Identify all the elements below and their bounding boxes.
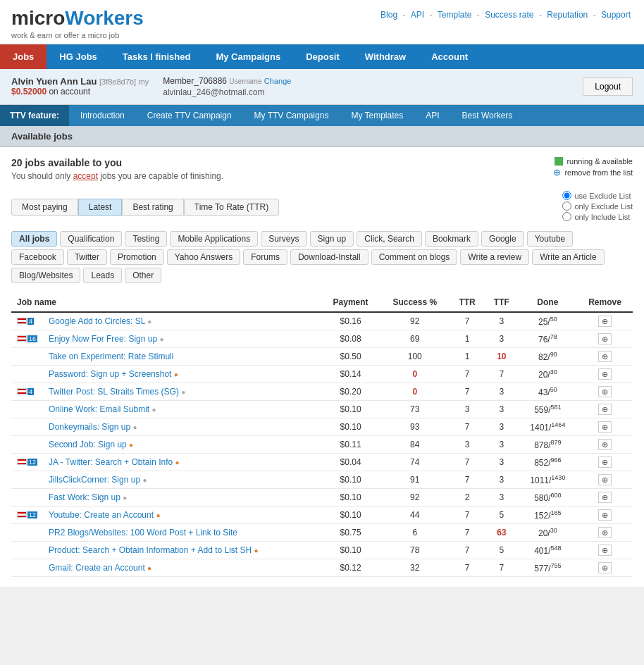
payment-cell: $0.16: [321, 312, 380, 330]
top-nav-successrate[interactable]: Success rate: [485, 10, 533, 20]
cat-bookmark[interactable]: Bookmark: [425, 231, 478, 247]
top-nav-reputation[interactable]: Reputation: [547, 10, 588, 20]
remove-button[interactable]: ⊕: [598, 527, 612, 538]
job-name-link[interactable]: Google Add to Circles: SL: [49, 316, 145, 326]
nav-tasks-finished[interactable]: Tasks I finished: [110, 44, 204, 69]
remove-button[interactable]: ⊕: [598, 474, 612, 485]
nav-my-campaigns[interactable]: My Campaigns: [203, 44, 293, 69]
ttf-cell: 3: [485, 436, 519, 454]
cat-surveys[interactable]: Surveys: [261, 231, 306, 247]
cat-blog-websites[interactable]: Blog/Websites: [11, 268, 80, 283]
cat-click-search[interactable]: Click, Search: [357, 231, 422, 247]
top-nav-blog[interactable]: Blog: [380, 10, 397, 20]
flag-badge: 4: [27, 318, 34, 325]
jobs-summary: 20 jobs available to you You should only…: [11, 157, 633, 181]
remove-cell: ⊕: [577, 330, 633, 348]
remove-button[interactable]: ⊕: [598, 368, 612, 380]
remove-button[interactable]: ⊕: [598, 386, 612, 397]
cat-row-1: All jobs Qualification Testing Mobile Ap…: [11, 231, 633, 247]
job-name-cell: Twitter Post: SL Straits Times (SG) ●: [43, 383, 321, 401]
remove-button[interactable]: ⊕: [598, 509, 612, 521]
filter-most-paying[interactable]: Most paying: [11, 199, 78, 216]
nav-jobs[interactable]: Jobs: [0, 44, 47, 69]
filter-ttr[interactable]: Time To Rate (TTR): [184, 199, 279, 216]
nav-account[interactable]: Account: [419, 44, 481, 69]
cat-twitter[interactable]: Twitter: [67, 249, 107, 265]
cat-download-install[interactable]: Download-Install: [290, 249, 369, 265]
cat-facebook[interactable]: Facebook: [11, 249, 64, 265]
remove-button[interactable]: ⊕: [598, 492, 612, 503]
ttv-my-campaigns[interactable]: My TTV Campaigns: [243, 105, 340, 126]
job-name-link[interactable]: PR2 Blogs/Websites: 100 Word Post + Link…: [49, 528, 237, 537]
change-username-link[interactable]: Change: [264, 77, 292, 85]
cat-leads[interactable]: Leads: [83, 268, 122, 283]
done-cell: 852/966: [519, 454, 577, 471]
remove-cell: ⊕: [577, 366, 633, 383]
cat-google[interactable]: Google: [481, 231, 524, 247]
remove-button[interactable]: ⊕: [598, 404, 612, 415]
payment-cell: $0.10: [321, 542, 380, 559]
exclude-options: use Exclude List only Exclude List only …: [562, 191, 633, 223]
payment-cell: $0.08: [321, 330, 380, 348]
cat-youtube[interactable]: Youtube: [527, 231, 574, 247]
nav-hgjobs[interactable]: HG Jobs: [47, 44, 109, 69]
job-name-link[interactable]: Second Job: Sign up: [49, 440, 127, 449]
job-name-link[interactable]: Enjoy Now For Free: Sign up: [49, 334, 157, 344]
cat-sign-up[interactable]: Sign up: [310, 231, 354, 247]
cat-testing[interactable]: Testing: [125, 231, 167, 247]
job-name-link[interactable]: JA - Twitter: Search + Obtain Info: [49, 457, 173, 467]
remove-button[interactable]: ⊕: [598, 439, 612, 450]
cat-comment-on-blogs[interactable]: Comment on blogs: [371, 249, 458, 265]
ttv-my-templates[interactable]: My Templates: [340, 105, 414, 126]
only-include-radio[interactable]: [562, 212, 571, 221]
col-remove: Remove: [577, 293, 633, 312]
jobs-count: 20 jobs available to you: [11, 157, 223, 168]
job-name-link[interactable]: JillsClickCorner: Sign up: [49, 475, 140, 485]
job-name-link[interactable]: Product: Search + Obtain Information + A…: [49, 545, 252, 555]
ttv-best-workers[interactable]: Best Workers: [451, 105, 524, 126]
remove-button[interactable]: ⊕: [598, 421, 612, 433]
remove-button[interactable]: ⊕: [598, 545, 612, 556]
flag-my-icon: [17, 511, 27, 518]
ttv-introduction[interactable]: Introduction: [69, 105, 136, 126]
job-name-link[interactable]: Donkeymails: Sign up: [49, 422, 130, 432]
only-exclude-radio[interactable]: [562, 201, 571, 211]
logout-button[interactable]: Logout: [583, 77, 633, 96]
job-name-link[interactable]: Fast Work: Sign up: [49, 492, 120, 502]
cat-write-article[interactable]: Write an Article: [532, 249, 604, 265]
cat-qualification[interactable]: Qualification: [60, 231, 122, 247]
ttv-create-campaign[interactable]: Create TTV Campaign: [136, 105, 243, 126]
top-nav-support[interactable]: Support: [601, 10, 631, 20]
job-name-link[interactable]: Password: Sign up + Screenshot: [49, 369, 171, 379]
ttr-cell: 3: [450, 401, 485, 418]
remove-button[interactable]: ⊕: [598, 562, 612, 573]
job-name-link[interactable]: Youtube: Create an Account: [49, 510, 154, 520]
job-name-link[interactable]: Take on Experiment: Rate Stimuli: [49, 352, 173, 361]
cat-promotion[interactable]: Promotion: [110, 249, 164, 265]
remove-button[interactable]: ⊕: [598, 316, 612, 327]
job-name-link[interactable]: Online Work: Email Submit: [49, 404, 149, 414]
table-row: PR2 Blogs/Websites: 100 Word Post + Link…: [11, 524, 633, 542]
ttv-api[interactable]: API: [414, 105, 450, 126]
remove-button[interactable]: ⊕: [598, 456, 612, 468]
use-exclude-radio[interactable]: [562, 191, 571, 200]
job-name-link[interactable]: Twitter Post: SL Straits Times (SG): [49, 387, 179, 397]
cat-yahoo-answers[interactable]: Yahoo Answers: [167, 249, 241, 265]
filter-best-rating[interactable]: Best rating: [122, 199, 183, 216]
cat-all-jobs[interactable]: All jobs: [11, 231, 57, 247]
cat-other[interactable]: Other: [125, 268, 161, 283]
top-nav-api[interactable]: API: [411, 10, 424, 20]
remove-button[interactable]: ⊕: [598, 333, 612, 344]
flag-my-icon: [17, 318, 27, 324]
job-name-link[interactable]: Gmail: Create an Account: [49, 563, 145, 573]
top-nav-template[interactable]: Template: [438, 10, 472, 20]
cat-mobile-applications[interactable]: Mobile Applications: [170, 231, 258, 247]
cat-forums[interactable]: Forums: [243, 249, 287, 265]
logo-micro: micro: [11, 7, 65, 29]
remove-button[interactable]: ⊕: [598, 351, 612, 362]
filter-latest[interactable]: Latest: [78, 199, 123, 216]
nav-withdraw[interactable]: Withdraw: [352, 44, 419, 69]
available-jobs-header: Available jobs: [0, 126, 644, 147]
nav-deposit[interactable]: Deposit: [293, 44, 352, 69]
cat-write-review[interactable]: Write a review: [460, 249, 529, 265]
